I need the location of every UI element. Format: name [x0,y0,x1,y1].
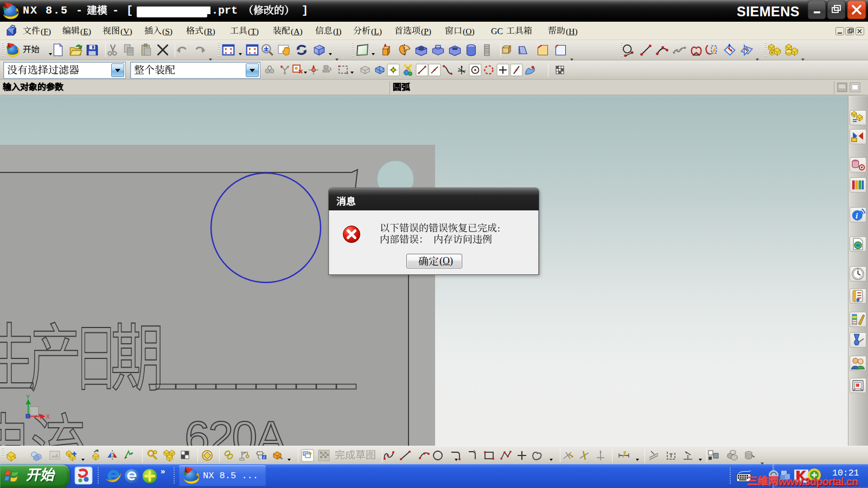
svg-text:Y: Y [26,394,30,400]
svg-text:X: X [46,414,50,420]
svg-text:i: i [856,211,858,220]
